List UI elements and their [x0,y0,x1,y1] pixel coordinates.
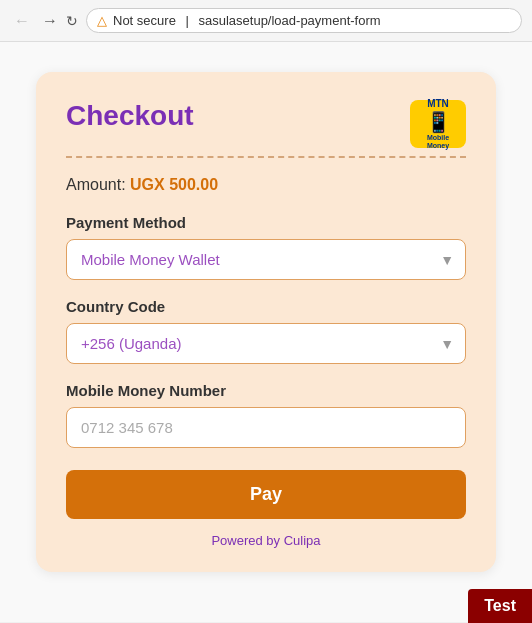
mtn-logo-text2: Mobile [427,134,449,142]
header-divider [66,156,466,158]
country-code-select[interactable]: +256 (Uganda) [66,323,466,364]
security-warning-icon: △ [97,13,107,28]
url-display: sasulasetup/load-payment-form [198,13,380,28]
amount-value: UGX 500.00 [130,176,218,193]
payment-method-group: Payment Method Mobile Money Wallet ▼ [66,214,466,280]
reload-button[interactable]: ↻ [66,10,78,32]
mtn-logo-text1: MTN [427,98,449,110]
page-content: Checkout MTN 📱 Mobile Money Amount: UGX … [0,42,532,622]
checkout-title: Checkout [66,100,194,132]
mtn-logo-text3: Money [427,142,449,150]
browser-bar: ← → ↻ △ Not secure | sasulasetup/load-pa… [0,0,532,42]
country-code-group: Country Code +256 (Uganda) ▼ [66,298,466,364]
checkout-card: Checkout MTN 📱 Mobile Money Amount: UGX … [36,72,496,572]
back-button[interactable]: ← [10,10,34,32]
payment-method-label: Payment Method [66,214,466,231]
mobile-number-label: Mobile Money Number [66,382,466,399]
country-code-select-wrapper: +256 (Uganda) ▼ [66,323,466,364]
payment-method-select[interactable]: Mobile Money Wallet [66,239,466,280]
mobile-number-input[interactable] [66,407,466,448]
address-bar[interactable]: △ Not secure | sasulasetup/load-payment-… [86,8,522,33]
pay-button[interactable]: Pay [66,470,466,519]
payment-method-select-wrapper: Mobile Money Wallet ▼ [66,239,466,280]
amount-row: Amount: UGX 500.00 [66,176,466,194]
mobile-number-group: Mobile Money Number [66,382,466,448]
security-warning-label: Not secure [113,13,176,28]
forward-button[interactable]: → [38,10,62,32]
card-header: Checkout MTN 📱 Mobile Money [66,100,466,148]
mtn-logo: MTN 📱 Mobile Money [410,100,466,148]
mtn-phone-icon: 📱 [426,110,451,134]
test-badge: Test [468,589,532,623]
amount-label: Amount: [66,176,126,193]
country-code-label: Country Code [66,298,466,315]
url-divider: | [182,13,193,28]
powered-by: Powered by Culipa [66,533,466,548]
